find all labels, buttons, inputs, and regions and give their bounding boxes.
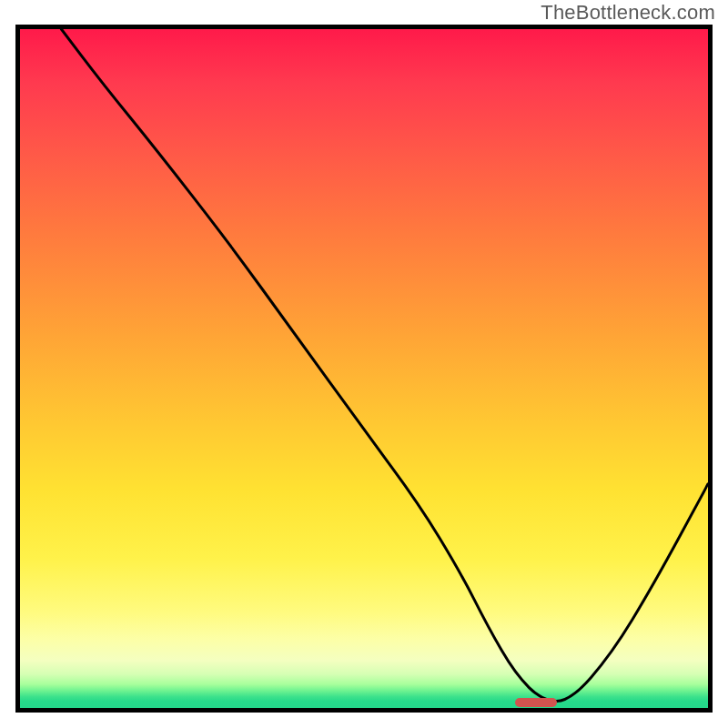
plot-frame [15,25,713,713]
watermark-text: TheBottleneck.com [541,1,715,25]
gradient-background [20,29,708,708]
min-marker [515,698,556,707]
chart-viewport: TheBottleneck.com [0,0,728,728]
